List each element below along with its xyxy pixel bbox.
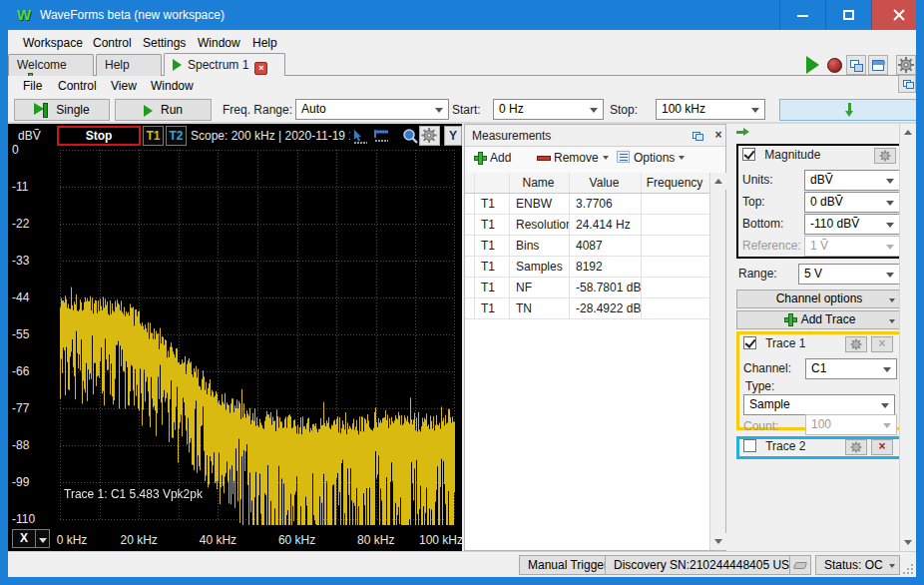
table-cell bbox=[642, 257, 709, 277]
plot-stop-button[interactable]: Stop bbox=[57, 126, 141, 146]
chevron-down-icon bbox=[603, 156, 609, 160]
table-cell: TN bbox=[510, 298, 570, 318]
trace2-settings-button[interactable] bbox=[845, 439, 867, 455]
bottom-select[interactable]: -110 dBṼ bbox=[804, 214, 900, 235]
y-tick-label: 0 bbox=[12, 143, 19, 157]
trace2-remove-button[interactable]: × bbox=[871, 439, 893, 455]
scroll-up-icon[interactable] bbox=[710, 173, 726, 190]
table-row[interactable]: T1ENBW3.7706 bbox=[465, 194, 709, 215]
table-cell: NF bbox=[510, 278, 570, 297]
measurements-table[interactable]: Name Value Frequency T1ENBW3.7706T1Resol… bbox=[465, 173, 709, 319]
measurements-scrollbar[interactable] bbox=[709, 173, 725, 550]
add-trace-button[interactable]: Add Trace bbox=[736, 310, 902, 329]
table-cell: T1 bbox=[475, 236, 510, 256]
app-logo-icon: W bbox=[17, 6, 31, 23]
tab-help[interactable]: Help bbox=[96, 54, 162, 76]
run-button[interactable]: Run bbox=[115, 99, 212, 121]
menu-control2[interactable]: Control bbox=[53, 77, 102, 95]
cascade-windows-button[interactable] bbox=[846, 55, 866, 75]
run-all-button[interactable] bbox=[802, 55, 822, 75]
menu-control[interactable]: Control bbox=[88, 34, 137, 52]
trace2-checkbox[interactable] bbox=[743, 439, 756, 452]
y-axis-options-button[interactable]: Y bbox=[444, 126, 462, 146]
scroll-down-icon[interactable] bbox=[710, 533, 726, 550]
close-panel-button[interactable]: × bbox=[710, 128, 726, 144]
table-row[interactable]: T1TN-28.4922 dBṼ bbox=[465, 298, 709, 319]
zoom-icon[interactable] bbox=[401, 128, 418, 144]
bottom-label: Bottom: bbox=[742, 217, 783, 231]
table-row[interactable]: T1Resolution24.414 Hz bbox=[465, 215, 709, 236]
title-bar[interactable]: W WaveForms beta (new workspace) bbox=[0, 0, 924, 30]
freq-range-select[interactable]: Auto bbox=[295, 99, 449, 120]
y-tick-label: -110 bbox=[12, 512, 35, 526]
device-button[interactable]: Discovery SN:210244448405 USB bbox=[605, 555, 806, 575]
main-menubar: Workspace Control Settings Window Help bbox=[8, 30, 916, 52]
resize-grip[interactable] bbox=[903, 564, 913, 574]
menu-file[interactable]: File bbox=[18, 77, 47, 95]
trace1-checkbox[interactable] bbox=[743, 336, 756, 349]
measurements-header[interactable]: Measurements × bbox=[465, 125, 725, 147]
magnitude-checkbox[interactable] bbox=[742, 148, 755, 161]
col-value: Value bbox=[570, 173, 642, 193]
close-tab-icon[interactable]: × bbox=[254, 62, 267, 75]
minimize-button[interactable] bbox=[779, 0, 824, 30]
float-panel-button[interactable] bbox=[689, 128, 704, 144]
device-select-button[interactable] bbox=[789, 555, 811, 575]
menu-help[interactable]: Help bbox=[247, 34, 282, 52]
config-panel-scrollbar[interactable] bbox=[899, 124, 916, 551]
table-cell bbox=[465, 257, 475, 277]
x-tick-label: 0 kHz bbox=[57, 533, 88, 547]
units-select[interactable]: dBṼ bbox=[804, 170, 900, 191]
chevron-down-icon bbox=[883, 367, 891, 372]
scroll-up-icon[interactable] bbox=[900, 124, 916, 141]
spectrum-canvas[interactable] bbox=[60, 150, 455, 527]
tile-windows-button[interactable] bbox=[868, 55, 888, 75]
table-row[interactable]: T1Bins4087 bbox=[465, 236, 709, 257]
menu-workspace[interactable]: Workspace bbox=[18, 34, 88, 52]
menu-window2[interactable]: Window bbox=[146, 77, 199, 95]
stop-select[interactable]: 100 kHz bbox=[656, 99, 765, 120]
range-select[interactable]: 5 V bbox=[798, 264, 900, 285]
horizontal-cursor-icon[interactable] bbox=[373, 128, 390, 144]
x-tick-label: 100 kHz bbox=[419, 533, 463, 547]
menu-window[interactable]: Window bbox=[193, 34, 245, 52]
expand-panel-button[interactable] bbox=[736, 126, 750, 140]
x-axis-dropdown-button[interactable] bbox=[35, 529, 50, 548]
trace1-toggle-button[interactable]: T1 bbox=[143, 126, 164, 146]
record-button[interactable] bbox=[824, 55, 844, 75]
trace1-type-select[interactable]: Sample bbox=[743, 394, 895, 415]
scroll-down-icon[interactable] bbox=[900, 534, 916, 551]
x-axis-options-button[interactable]: X bbox=[12, 529, 36, 548]
table-cell: 4087 bbox=[570, 236, 642, 256]
tab-spectrum-1[interactable]: Spectrum 1× bbox=[164, 53, 285, 76]
acquire-download-button[interactable] bbox=[779, 99, 920, 121]
maximize-button[interactable] bbox=[825, 0, 870, 30]
table-row[interactable]: T1NF-58.7801 dBṼ bbox=[465, 278, 709, 298]
single-button[interactable]: Single bbox=[14, 99, 110, 121]
status-button[interactable]: Status: OC bbox=[815, 555, 900, 575]
cursor-tool-icon[interactable] bbox=[352, 128, 369, 144]
menu-settings[interactable]: Settings bbox=[138, 34, 191, 52]
trace1-settings-button[interactable] bbox=[845, 336, 867, 352]
add-measurement-button[interactable]: Add bbox=[473, 151, 511, 169]
menu-view[interactable]: View bbox=[106, 77, 142, 95]
table-row[interactable]: T1Samples8192 bbox=[465, 257, 709, 278]
trace-annotation: Trace 1: C1 5.483 Vpk2pk bbox=[64, 487, 203, 501]
tab-welcome[interactable]: Welcome bbox=[8, 54, 94, 76]
play-icon bbox=[806, 56, 819, 74]
trace2-toggle-button[interactable]: T2 bbox=[166, 126, 187, 146]
plot-settings-button[interactable] bbox=[419, 126, 440, 146]
manual-trigger-button[interactable]: Manual Trigger bbox=[519, 555, 617, 575]
close-button[interactable] bbox=[871, 0, 924, 30]
top-select[interactable]: 0 dBṼ bbox=[804, 192, 900, 213]
trace1-channel-select[interactable]: C1 bbox=[805, 358, 897, 379]
remove-measurement-button[interactable]: Remove bbox=[537, 151, 609, 169]
measurement-options-button[interactable]: Options bbox=[617, 151, 685, 169]
tab-bar: Welcome Help Spectrum 1× bbox=[8, 52, 916, 76]
workspace-settings-button[interactable] bbox=[896, 55, 916, 75]
start-select[interactable]: 0 Hz bbox=[493, 99, 604, 120]
magnitude-settings-button[interactable] bbox=[874, 148, 896, 164]
float-window-button[interactable] bbox=[898, 75, 916, 93]
channel-options-button[interactable]: Channel options bbox=[736, 290, 902, 308]
window-title: WaveForms beta (new workspace) bbox=[40, 8, 225, 22]
